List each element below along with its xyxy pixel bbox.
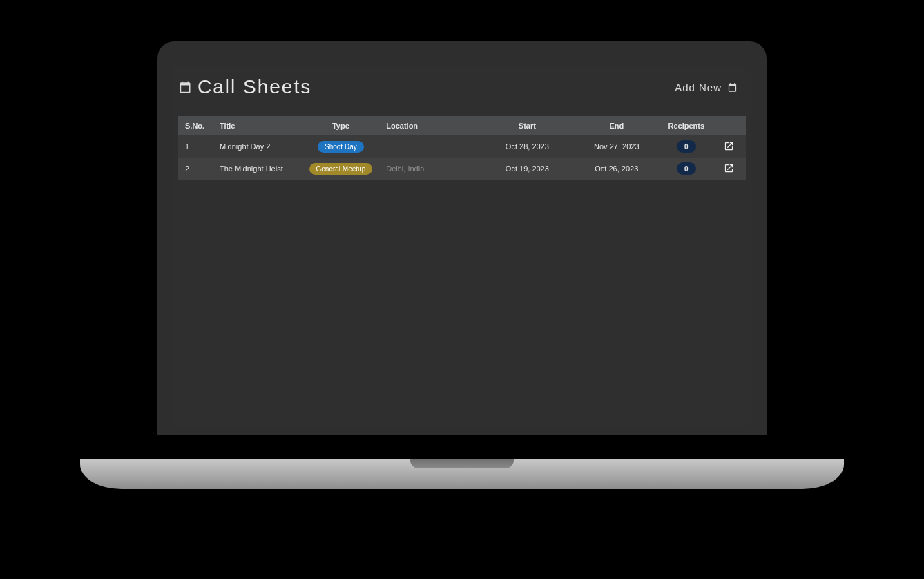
table-header-row: S.No. Title Type Location Start End Reci… (178, 116, 746, 135)
table-row[interactable]: 1Midnight Day 2Shoot DayOct 28, 2023Nov … (178, 135, 746, 158)
cell-location (379, 135, 482, 158)
laptop-mockup: Call Sheets Add New S.No. Title Type L (157, 41, 767, 456)
cell-sno: 2 (178, 158, 213, 180)
cell-sno: 1 (178, 135, 213, 158)
col-header-location: Location (379, 116, 482, 135)
page-title: Call Sheets (198, 76, 311, 98)
type-badge: Shoot Day (318, 141, 364, 153)
cell-type: Shoot Day (302, 135, 380, 158)
cell-actions (711, 158, 746, 180)
cell-actions (711, 135, 746, 158)
cell-title: The Midnight Heist (213, 158, 302, 180)
cell-recipients: 0 (662, 135, 712, 158)
col-header-recipients: Recipents (662, 116, 712, 135)
open-icon[interactable] (724, 163, 734, 173)
recipients-badge: 0 (677, 162, 696, 175)
app-screen: Call Sheets Add New S.No. Title Type L (173, 66, 751, 426)
table-row[interactable]: 2The Midnight HeistGeneral MeetupDelhi, … (178, 158, 746, 180)
call-sheets-table: S.No. Title Type Location Start End Reci… (178, 116, 746, 180)
col-header-type: Type (302, 116, 380, 135)
laptop-trackpad-notch (410, 459, 514, 468)
calendar-icon (178, 80, 192, 94)
cell-location: Delhi, India (379, 158, 482, 180)
header-left: Call Sheets (178, 76, 311, 98)
cell-title: Midnight Day 2 (213, 135, 302, 158)
cell-start: Oct 19, 2023 (483, 158, 572, 180)
add-new-label: Add New (675, 82, 722, 93)
col-header-title: Title (213, 116, 302, 135)
page-header: Call Sheets Add New (173, 66, 751, 116)
laptop-base (80, 459, 844, 489)
col-header-sno: S.No. (178, 116, 213, 135)
cell-type: General Meetup (302, 158, 380, 180)
col-header-end: End (572, 116, 661, 135)
col-header-start: Start (483, 116, 572, 135)
cell-end: Nov 27, 2023 (572, 135, 661, 158)
add-new-button[interactable]: Add New (675, 82, 738, 93)
open-icon[interactable] (724, 141, 734, 151)
cell-end: Oct 26, 2023 (572, 158, 661, 180)
calendar-icon (727, 82, 738, 93)
col-header-actions (711, 116, 746, 135)
cell-start: Oct 28, 2023 (483, 135, 572, 158)
laptop-bezel: Call Sheets Add New S.No. Title Type L (157, 41, 767, 435)
type-badge: General Meetup (309, 163, 373, 175)
cell-recipients: 0 (662, 158, 712, 180)
recipients-badge: 0 (677, 140, 696, 153)
